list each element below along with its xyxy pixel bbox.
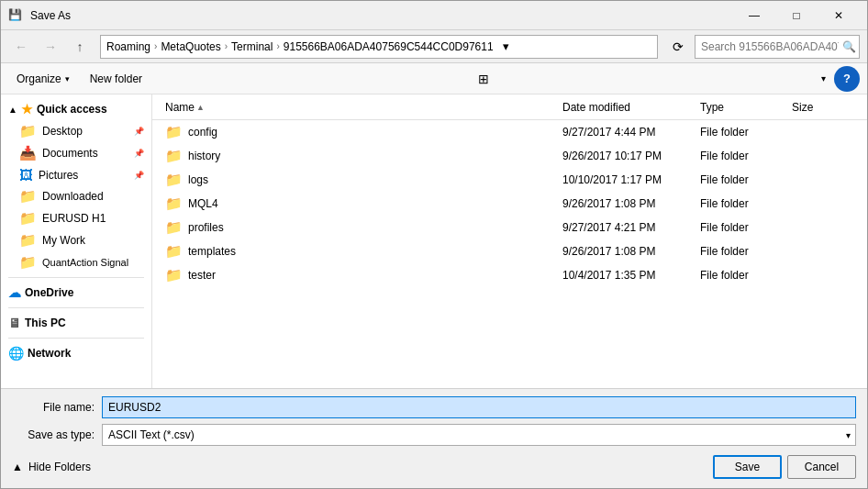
help-button[interactable]: ? (834, 66, 860, 92)
table-row[interactable]: 📁 config 9/27/2017 4:44 PM File folder (152, 120, 867, 144)
pictures-pin-icon: 📌 (134, 171, 144, 180)
file-name: profiles (188, 221, 224, 234)
sidebar-item-downloaded[interactable]: 📁 Downloaded (1, 185, 151, 207)
network-label: Network (28, 347, 71, 360)
organize-chevron-icon: ▾ (65, 74, 70, 83)
folder-icon: 📁 (165, 124, 183, 140)
savetype-select[interactable]: ASCII Text (*.csv) (102, 424, 856, 446)
desktop-label: Desktop (42, 125, 83, 138)
savetype-select-container: ASCII Text (*.csv) ▾ (102, 424, 856, 446)
file-rows: 📁 config 9/27/2017 4:44 PM File folder 📁… (152, 120, 867, 388)
onedrive-header[interactable]: ☁ OneDrive (1, 282, 151, 304)
minimize-button[interactable]: — (733, 1, 775, 30)
breadcrumb-bar[interactable]: Roaming › MetaQuotes › Terminal › 915566… (100, 35, 658, 59)
filename-input[interactable] (102, 396, 856, 418)
sort-arrow-icon: ▲ (196, 103, 205, 112)
table-row[interactable]: 📁 tester 10/4/2017 1:35 PM File folder (152, 263, 867, 287)
breadcrumb-dropdown-button[interactable]: ▾ (497, 35, 516, 59)
search-icon: 🔍 (842, 40, 856, 53)
sidebar-item-quantaction[interactable]: 📁 QuantAction Signal (1, 251, 151, 273)
col-header-date[interactable]: Date modified (557, 99, 695, 116)
network-header[interactable]: 🌐 Network (1, 342, 151, 364)
view-toggle-button[interactable]: ⊞ (471, 67, 496, 91)
filename-label: File name: (12, 401, 95, 414)
file-date: 10/10/2017 1:17 PM (557, 172, 695, 188)
mywork-label: My Work (42, 234, 85, 247)
col-header-type[interactable]: Type (695, 99, 786, 116)
bottom-bar: File name: Save as type: ASCII Text (*.c… (1, 388, 867, 488)
table-row[interactable]: 📁 MQL4 9/26/2017 1:08 PM File folder (152, 192, 867, 216)
window-icon: 💾 (8, 8, 23, 23)
sidebar-item-eurusd[interactable]: 📁 EURUSD H1 (1, 207, 151, 229)
file-type: File folder (695, 267, 786, 283)
file-type: File folder (695, 219, 786, 236)
file-size (786, 202, 860, 206)
col-header-size[interactable]: Size (786, 99, 860, 116)
sidebar-section-onedrive: ☁ OneDrive (1, 282, 151, 304)
table-row[interactable]: 📁 history 9/26/2017 10:17 PM File folder (152, 144, 867, 168)
sidebar-item-desktop[interactable]: 📁 Desktop 📌 (1, 120, 151, 142)
file-type: File folder (695, 172, 786, 188)
hide-folders-chevron-icon: ▲ (12, 461, 23, 473)
hide-folders-label: Hide Folders (28, 461, 91, 473)
file-size (786, 250, 860, 253)
quantaction-folder-icon: 📁 (19, 254, 37, 271)
folder-icon: 📁 (165, 243, 183, 260)
file-name: MQL4 (188, 197, 218, 210)
file-type: File folder (695, 195, 786, 212)
up-button[interactable]: ↑ (67, 34, 93, 60)
breadcrumb-metaquotes: MetaQuotes (161, 40, 220, 53)
onedrive-icon: ☁ (8, 285, 21, 300)
pictures-label: Pictures (39, 169, 78, 182)
search-input[interactable] (701, 40, 839, 53)
col-header-name[interactable]: Name ▲ (160, 99, 557, 116)
cancel-button[interactable]: Cancel (787, 455, 856, 479)
quick-access-star-icon: ★ (21, 102, 33, 117)
documents-folder-icon: 📥 (19, 145, 37, 161)
documents-label: Documents (42, 147, 98, 160)
window-controls: — □ ✕ (733, 1, 860, 30)
window-title: Save As (30, 9, 733, 22)
save-button[interactable]: Save (713, 455, 782, 479)
close-button[interactable]: ✕ (818, 1, 860, 30)
sidebar-item-documents[interactable]: 📥 Documents 📌 (1, 142, 151, 164)
breadcrumb-sep-3: › (276, 41, 279, 51)
onedrive-label: OneDrive (25, 286, 73, 299)
new-folder-button[interactable]: New folder (82, 67, 150, 91)
view-dropdown-button[interactable]: ▾ (816, 67, 830, 91)
title-bar: 💾 Save As — □ ✕ (1, 1, 867, 30)
file-type: File folder (695, 243, 786, 260)
documents-pin-icon: 📌 (134, 149, 144, 158)
breadcrumb-terminal: Terminal (231, 40, 273, 53)
file-date: 9/26/2017 1:08 PM (557, 195, 695, 212)
quick-access-label: Quick access (37, 103, 107, 116)
network-icon: 🌐 (8, 346, 24, 361)
sidebar-divider-2 (8, 307, 144, 308)
mywork-folder-icon: 📁 (19, 232, 37, 249)
file-date: 10/4/2017 1:35 PM (557, 267, 695, 283)
thispc-header[interactable]: 🖥 This PC (1, 312, 151, 334)
sidebar-section-network: 🌐 Network (1, 342, 151, 364)
table-row[interactable]: 📁 profiles 9/27/2017 4:21 PM File folder (152, 216, 867, 239)
table-row[interactable]: 📁 templates 9/26/2017 1:08 PM File folde… (152, 239, 867, 263)
refresh-button[interactable]: ⟳ (665, 35, 691, 59)
folder-icon: 📁 (165, 267, 183, 283)
breadcrumb-hash: 915566BA06ADA407569C544CC0D97611 (284, 40, 494, 53)
sidebar-item-mywork[interactable]: 📁 My Work (1, 229, 151, 251)
quick-access-header[interactable]: ▲ ★ Quick access (1, 98, 151, 120)
savetype-label: Save as type: (12, 428, 95, 441)
sidebar-item-pictures[interactable]: 🖼 Pictures 📌 (1, 164, 151, 185)
sidebar-section-thispc: 🖥 This PC (1, 312, 151, 334)
organize-button[interactable]: Organize ▾ (8, 67, 78, 91)
maximize-button[interactable]: □ (775, 1, 818, 30)
folder-icon: 📁 (165, 172, 183, 188)
hide-folders-toggle[interactable]: ▲ Hide Folders (12, 461, 91, 473)
quantaction-label: QuantAction Signal (42, 257, 128, 268)
file-name: logs (188, 173, 208, 186)
table-row[interactable]: 📁 logs 10/10/2017 1:17 PM File folder (152, 168, 867, 192)
file-size (786, 273, 860, 277)
file-type: File folder (695, 148, 786, 164)
downloaded-folder-icon: 📁 (19, 188, 37, 205)
forward-button[interactable]: → (38, 34, 63, 60)
back-button[interactable]: ← (8, 34, 34, 60)
